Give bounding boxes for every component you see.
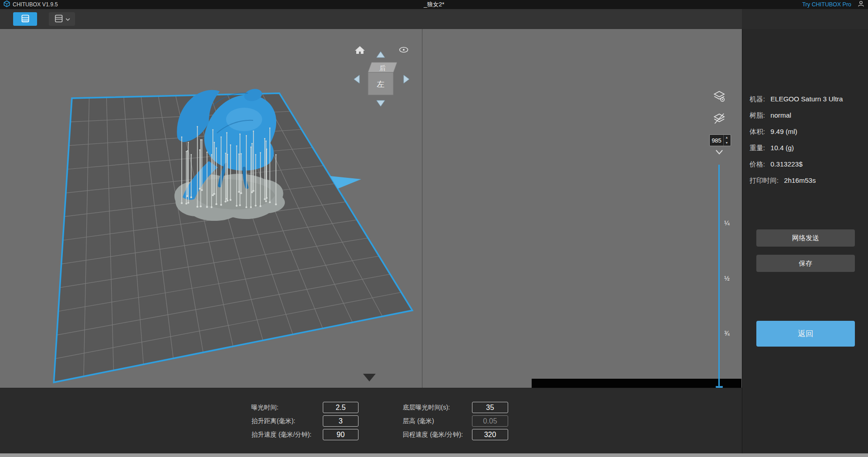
title-bar-left: CHITUBOX V1.9.5 [0, 0, 58, 9]
volume-row: 体积: 9.49 (ml) [750, 128, 843, 136]
print-time-value: 2h16m53s [784, 176, 816, 184]
collapse-panel-button[interactable] [363, 374, 376, 381]
current-layer-input[interactable] [710, 135, 723, 146]
exposure-time-label: 曝光时间: [251, 402, 278, 413]
layer-step-down-icon[interactable] [714, 148, 724, 158]
rotate-up-arrow-icon[interactable] [377, 52, 385, 57]
lift-speed-input[interactable] [323, 429, 359, 440]
rotate-right-arrow-icon[interactable] [404, 75, 409, 83]
title-bar-right: Try CHITUBOX Pro [802, 0, 864, 9]
bottom-edge-bar [0, 453, 868, 457]
machine-row: 机器: ELEGOO Saturn 3 Ultra [750, 95, 843, 104]
print-time-row: 打印时间: 2h16m53s [750, 176, 843, 185]
back-button[interactable]: 返回 [756, 321, 855, 347]
viewport-3d[interactable]: 后 左 [0, 29, 742, 388]
layer-spinner: ▲ ▼ [723, 135, 730, 146]
rotate-down-arrow-icon[interactable] [377, 100, 385, 106]
layer-slider-track[interactable] [718, 165, 720, 387]
volume-label: 体积: [750, 128, 765, 135]
print-info-list: 机器: ELEGOO Saturn 3 Ultra 树脂: normal 体积:… [750, 95, 843, 193]
machine-value: ELEGOO Saturn 3 Ultra [770, 95, 843, 103]
resin-label: 树脂: [750, 111, 765, 119]
viewport-divider [422, 29, 423, 388]
fraction-three-quarter-label: ¾ [724, 330, 730, 337]
resin-row: 树脂: normal [750, 111, 843, 120]
slice-profile-icon [54, 14, 64, 25]
chitubox-app: CHITUBOX V1.9.5 _狼女2* Try CHITUBOX Pro [0, 0, 868, 457]
print-time-label: 打印时间: [750, 176, 778, 184]
fraction-quarter-label: ¼ [724, 219, 730, 227]
volume-value: 9.49 (ml) [770, 128, 797, 135]
fraction-half-label: ½ [724, 275, 730, 282]
layer-spinner-down-icon[interactable]: ▼ [724, 140, 730, 146]
resin-value: normal [770, 111, 791, 119]
show-layers-icon[interactable] [713, 90, 726, 102]
home-view-icon[interactable] [355, 46, 365, 54]
print-info-panel: 机器: ELEGOO Saturn 3 Ultra 树脂: normal 体积:… [742, 29, 868, 457]
weight-row: 重量: 10.4 (g) [750, 144, 843, 152]
weight-value: 10.4 (g) [770, 144, 794, 152]
app-logo-icon [4, 0, 10, 9]
title-bar: CHITUBOX V1.9.5 _狼女2* Try CHITUBOX Pro [0, 0, 868, 9]
nav-cube-front-label[interactable]: 左 [377, 80, 385, 89]
toolbar [0, 9, 742, 29]
slice-preview [532, 379, 741, 388]
slice-profile-dropdown-button[interactable] [49, 12, 75, 26]
bottom-exposure-time-label: 底层曝光时间(s): [403, 402, 450, 413]
price-label: 价格: [750, 160, 765, 168]
lift-distance-label: 抬升距离(毫米): [251, 415, 295, 427]
chevron-down-icon [66, 16, 70, 23]
save-button[interactable]: 保存 [756, 255, 855, 272]
nav-cube[interactable]: 后 左 [368, 62, 397, 95]
try-pro-link[interactable]: Try CHITUBOX Pro [802, 1, 851, 8]
layer-height-input [472, 415, 508, 427]
hide-layers-icon[interactable] [713, 112, 726, 125]
machine-label: 机器: [750, 95, 765, 103]
slice-settings-icon [20, 14, 30, 25]
app-title: CHITUBOX V1.9.5 [13, 1, 58, 8]
document-title: _狼女2* [424, 0, 444, 9]
lift-speed-label: 抬升速度 (毫米/分钟): [251, 429, 311, 440]
bottom-exposure-time-input[interactable] [472, 402, 508, 413]
rotate-left-arrow-icon[interactable] [354, 75, 359, 83]
slice-params-panel: 曝光时间: 底层曝光时间(s): 抬升距离(毫米): 层高 (毫米) 抬升速度 … [0, 388, 742, 457]
price-value: 0.313223$ [770, 160, 802, 168]
layer-spinner-up-icon[interactable]: ▲ [724, 135, 730, 140]
price-row: 价格: 0.313223$ [750, 160, 843, 169]
exposure-time-input[interactable] [323, 402, 359, 413]
current-layer-input-box: ▲ ▼ [709, 134, 731, 146]
layer-height-label: 层高 (毫米) [403, 415, 434, 427]
perspective-eye-icon[interactable] [400, 48, 408, 52]
nav-cube-top-label[interactable]: 后 [379, 64, 386, 71]
user-account-icon[interactable] [858, 0, 864, 9]
retract-speed-label: 回程速度 (毫米/分钟): [403, 429, 463, 440]
weight-label: 重量: [750, 144, 765, 152]
slice-settings-button[interactable] [13, 12, 37, 26]
lift-distance-input[interactable] [323, 415, 359, 427]
network-send-button[interactable]: 网络发送 [756, 229, 855, 247]
retract-speed-input[interactable] [472, 429, 508, 440]
